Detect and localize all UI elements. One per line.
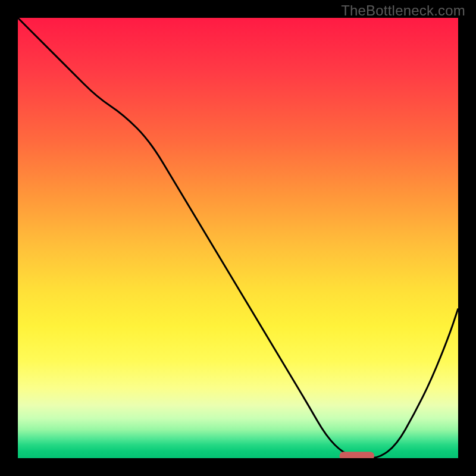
plot-area (18, 18, 458, 458)
chart-svg (18, 18, 458, 458)
chart-container: TheBottleneck.com (0, 0, 476, 476)
watermark-text: TheBottleneck.com (341, 2, 465, 19)
curve-path (18, 18, 458, 458)
